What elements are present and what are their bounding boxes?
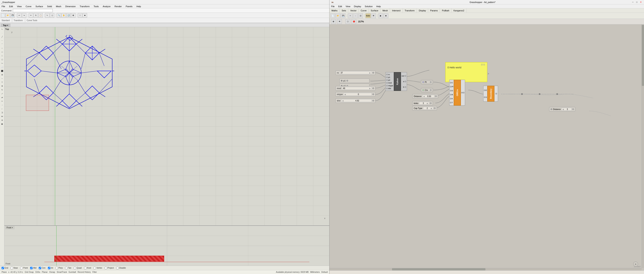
tool-join[interactable]: ⋈ — [0, 115, 4, 118]
tool-polyline[interactable]: ⋯ — [0, 39, 4, 42]
osnap-project-checkbox[interactable] — [105, 267, 107, 269]
gh-minimize-btn[interactable]: ─ — [631, 0, 634, 4]
gh-btn-stop[interactable]: ■ — [384, 13, 388, 18]
gh-menu-solution[interactable]: Solution — [364, 5, 374, 8]
gh-tab-surface[interactable]: Surface — [369, 8, 380, 12]
gh-btn-preview[interactable]: 👁 — [371, 13, 376, 18]
menu-render[interactable]: Render — [114, 5, 122, 8]
boundary-node[interactable]: E S Boundary — [483, 86, 498, 102]
tb-wire[interactable]: □ — [78, 13, 82, 17]
gh-view-zoom-extent[interactable]: ⊠ — [331, 19, 336, 24]
gh-canvas[interactable]: {0;0} 0 Hello world › rx 37 ◈ p1 — [330, 24, 644, 271]
menu-edit[interactable]: Edit — [8, 5, 14, 8]
viewport-tab-top[interactable]: Top × — [1, 24, 10, 27]
gh-btn-new[interactable]: 📄 — [330, 13, 335, 18]
tb-copy[interactable]: ⎘ — [34, 13, 38, 17]
tool-fillet[interactable]: ⌐ — [0, 107, 4, 111]
tool-offset[interactable]: ⊐ — [0, 111, 4, 114]
tb-undo[interactable]: ↩ — [17, 13, 22, 17]
gh-menu-help[interactable]: Help — [376, 5, 382, 8]
gumball-label[interactable]: Gumball — [68, 271, 76, 273]
gh-tab-kangaroo[interactable]: Kangaroo2 — [452, 8, 466, 12]
command-input[interactable] — [13, 9, 53, 12]
tool-ellipse[interactable]: ⬭ — [0, 50, 4, 54]
gh-btn-run[interactable]: ▶ — [378, 13, 383, 18]
tb-select[interactable]: ↖ — [45, 13, 50, 17]
tb-cut[interactable]: ✂ — [29, 13, 33, 17]
osnap-point-checkbox[interactable] — [20, 267, 22, 269]
dist-slider-node[interactable]: dist ◈ 4.92 — [336, 98, 376, 103]
tb-new[interactable]: 📄 — [1, 13, 5, 17]
osnap-quad-checkbox[interactable] — [74, 267, 76, 269]
tb-rotate[interactable]: 🔄 — [66, 13, 71, 17]
tool-trim[interactable]: ✂ — [0, 99, 4, 103]
tool-dim[interactable]: ↔ — [0, 77, 4, 80]
crv-param-node[interactable]: Crv — [421, 88, 433, 92]
gh-tab-display[interactable]: Display — [417, 8, 428, 12]
osnap-vertex-checkbox[interactable] — [94, 267, 96, 269]
gh-view-toggle[interactable]: 👁 — [337, 19, 342, 24]
distance-node-1[interactable]: Distance ◈ 0.50 — [412, 94, 438, 98]
python-node[interactable]: rx p1 p2 mod mtype dist — [386, 72, 407, 91]
tool-scale[interactable]: ⤢ — [0, 92, 4, 96]
menu-surface[interactable]: Surface — [35, 5, 44, 8]
gh-tab-params[interactable]: Params — [428, 8, 440, 12]
menu-help[interactable]: Help — [136, 5, 142, 8]
tool-solid[interactable]: ⬛ — [0, 69, 4, 73]
tool-move[interactable]: ✥ — [0, 84, 4, 88]
gh-btn-bake[interactable]: Bake — [366, 13, 371, 18]
osnap-perp-checkbox[interactable] — [56, 267, 58, 269]
tool-mirror[interactable]: ⇌ — [0, 96, 4, 99]
menu-dimension[interactable]: Dimension — [64, 5, 76, 8]
tool-extend[interactable]: → — [0, 103, 4, 107]
osnap-mid-checkbox[interactable] — [30, 267, 32, 269]
gh-tab-transform[interactable]: Transform — [403, 8, 417, 12]
ortho-label[interactable]: Ortho — [35, 271, 40, 273]
gh-menu-file[interactable]: File — [330, 5, 336, 8]
tb-deselect[interactable]: ◻ — [50, 13, 54, 17]
osnap-cen-checkbox[interactable] — [39, 267, 41, 269]
gh-btn-zoom-out[interactable]: - — [353, 13, 358, 18]
tool-circle[interactable]: ○ — [0, 46, 4, 50]
filter-label[interactable]: Filter — [92, 271, 97, 273]
gh-menu-display[interactable]: Display — [353, 5, 362, 8]
mtype-slider-node[interactable]: mtype ◈ 0 — [336, 92, 376, 96]
osnap-near-checkbox[interactable] — [10, 267, 13, 269]
gh-tab-pullbah[interactable]: Pullbah — [440, 8, 452, 12]
tb-open[interactable]: 📂 — [6, 13, 10, 17]
rx-slider-node[interactable]: rx 37 ◈ — [336, 71, 376, 75]
gh-close-btn[interactable]: ✕ — [639, 0, 642, 4]
tool-text[interactable]: T — [0, 81, 4, 84]
tool-polygon[interactable]: ⬡ — [0, 58, 4, 61]
kinks-node[interactable]: kinks 3 ◈ — [412, 101, 433, 105]
tb-zoom[interactable]: 🔍 — [57, 13, 61, 17]
cap-type-node[interactable]: Cap Type 2 ◈ — [412, 106, 437, 110]
gh-tab-curve[interactable]: Curve — [359, 8, 369, 12]
menu-tools[interactable]: Tools — [93, 5, 100, 8]
gh-tab-intersect[interactable]: Intersect — [390, 8, 402, 12]
menu-mesh[interactable]: Mesh — [55, 5, 62, 8]
osnap-disable-checkbox[interactable] — [116, 267, 118, 269]
gh-btn-open[interactable]: 📂 — [336, 13, 340, 18]
tb-save[interactable]: 💾 — [10, 13, 15, 17]
menu-solid[interactable]: Solid — [46, 5, 53, 8]
gh-view-preview[interactable]: 🔴 — [352, 19, 356, 24]
smarttrack-label[interactable]: SmartTrack — [57, 271, 67, 273]
gh-tab-maths[interactable]: Maths — [330, 8, 340, 12]
osnap-label[interactable]: Osnap — [49, 271, 55, 273]
tb-pan[interactable]: ✋ — [62, 13, 66, 17]
distance-node-2[interactable]: Distance ◈ 3 — [549, 107, 575, 111]
tool-arc[interactable]: ⌒ — [0, 43, 4, 46]
gh-btn-save[interactable]: 💾 — [341, 13, 346, 18]
pt-param-node[interactable]: Pt — [421, 80, 433, 84]
record-history-label[interactable]: Record History — [78, 271, 91, 273]
p1-node[interactable]: p1 — [340, 79, 370, 83]
tb-shade[interactable]: ■ — [83, 13, 87, 17]
gh-scrollbar-v[interactable] — [642, 24, 644, 268]
offcrv-node[interactable]: C Pl D B K T — [449, 80, 465, 106]
tb-paste[interactable]: 📋 — [38, 13, 43, 17]
tool-line[interactable]: ╱ — [0, 35, 4, 39]
tool-rotate[interactable]: ↻ — [0, 88, 4, 92]
menu-curve[interactable]: Curve — [25, 5, 32, 8]
tool-point[interactable]: · — [0, 31, 4, 35]
